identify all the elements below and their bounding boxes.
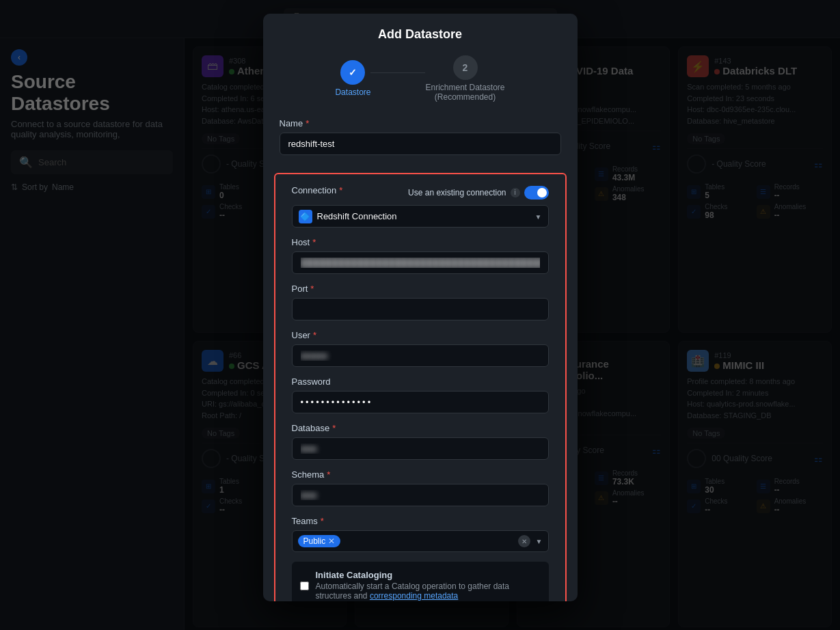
team-remove-button[interactable]: ✕ xyxy=(328,536,335,546)
add-datastore-modal: Add Datastore ✓ Datastore 2 Enrichment D… xyxy=(263,14,578,601)
user-input[interactable] xyxy=(292,344,549,367)
password-label: Password xyxy=(292,376,549,387)
teams-field-group: Teams * Public ✕ ✕ ▼ xyxy=(292,516,549,552)
schema-input[interactable] xyxy=(292,484,549,506)
step-1-circle: ✓ xyxy=(340,60,365,85)
host-required: * xyxy=(312,237,316,247)
connection-required: * xyxy=(339,185,342,195)
modal-overlay[interactable]: Add Datastore ✓ Datastore 2 Enrichment D… xyxy=(0,0,840,630)
name-required: * xyxy=(306,118,309,128)
cataloging-text: Initiate Cataloging Automatically start … xyxy=(316,570,541,601)
host-field-group: Host * xyxy=(292,237,549,274)
password-field-group: Password xyxy=(292,376,549,413)
schema-field-group: Schema * xyxy=(292,469,549,506)
name-field-group: Name * xyxy=(280,118,561,155)
cataloging-desc: Automatically start a Catalog operation … xyxy=(316,581,541,601)
schema-label: Schema * xyxy=(292,469,549,480)
database-input[interactable] xyxy=(292,437,549,460)
connection-select-wrapper: 🔷 Redshift Connection ▼ xyxy=(292,205,549,228)
teams-required: * xyxy=(321,516,324,526)
modal-header: Add Datastore ✓ Datastore 2 Enrichment D… xyxy=(263,14,578,102)
step-1: ✓ Datastore xyxy=(335,60,370,97)
stepper: ✓ Datastore 2 Enrichment Datastore(Recom… xyxy=(280,55,561,102)
team-tag-public: Public ✕ xyxy=(298,535,341,547)
port-required: * xyxy=(310,284,314,294)
database-field-group: Database * xyxy=(292,423,549,460)
existing-conn-label: Use an existing connection xyxy=(408,188,506,197)
connection-section: Connection * Use an existing connection … xyxy=(274,173,567,601)
schema-required: * xyxy=(327,469,330,480)
cataloging-link[interactable]: corresponding metadata xyxy=(370,591,458,601)
cataloging-row: Initiate Cataloging Automatically start … xyxy=(292,562,549,601)
teams-clear-button[interactable]: ✕ xyxy=(518,535,530,547)
teams-input-wrapper[interactable]: Public ✕ ✕ ▼ xyxy=(292,530,549,552)
redshift-icon: 🔷 xyxy=(299,210,312,223)
info-icon[interactable]: i xyxy=(511,188,520,197)
step-2-label: Enrichment Datastore(Recommended) xyxy=(425,83,504,102)
name-label: Name * xyxy=(280,118,561,128)
chevron-down-icon: ▼ xyxy=(535,213,542,220)
existing-conn-toggle[interactable] xyxy=(524,186,549,200)
step-line xyxy=(370,72,425,73)
connection-header: Connection * Use an existing connection … xyxy=(292,185,549,200)
step-2-circle: 2 xyxy=(453,55,478,80)
connection-select[interactable]: Redshift Connection xyxy=(292,205,549,228)
connection-label: Connection * xyxy=(292,185,343,195)
user-field-group: User * xyxy=(292,330,549,367)
teams-dropdown-icon[interactable]: ▼ xyxy=(536,538,543,545)
user-label: User * xyxy=(292,330,549,340)
connection-field-group: Connection * Use an existing connection … xyxy=(292,185,549,228)
existing-connection-toggle: Use an existing connection i xyxy=(408,186,548,200)
host-label: Host * xyxy=(292,237,549,247)
name-input[interactable] xyxy=(280,133,561,155)
database-required: * xyxy=(332,423,336,433)
database-label: Database * xyxy=(292,423,549,433)
user-required: * xyxy=(313,330,316,340)
step-2: 2 Enrichment Datastore(Recommended) xyxy=(425,55,504,102)
port-input[interactable] xyxy=(292,298,549,320)
name-section: Name * xyxy=(263,118,578,173)
modal-body-inner: Connection * Use an existing connection … xyxy=(292,174,549,601)
cataloging-checkbox[interactable] xyxy=(300,571,309,601)
cataloging-label: Initiate Cataloging xyxy=(316,570,541,580)
modal-title: Add Datastore xyxy=(280,27,561,42)
password-input[interactable] xyxy=(292,391,549,413)
teams-label: Teams * xyxy=(292,516,549,526)
host-input[interactable] xyxy=(292,251,549,274)
port-field-group: Port * xyxy=(292,284,549,320)
step-1-label: Datastore xyxy=(335,87,370,97)
teams-clear: ✕ ▼ xyxy=(518,535,543,547)
port-label: Port * xyxy=(292,284,549,294)
team-tag-label: Public xyxy=(303,536,326,546)
